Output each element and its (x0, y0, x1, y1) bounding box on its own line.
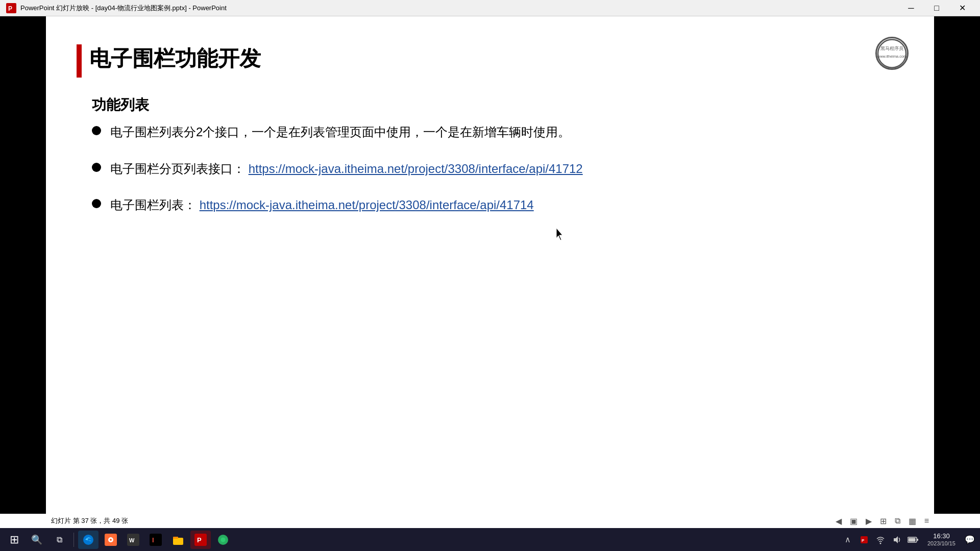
wifi-icon[interactable] (874, 531, 887, 549)
svg-point-6 (83, 535, 93, 545)
view-normal-btn[interactable]: ▣ (850, 516, 857, 526)
left-black-panel (0, 16, 46, 528)
bullet-item-1: 电子围栏列表分2个接口，一个是在列表管理页面中使用，一个是在新增车辆时使用。 (92, 123, 903, 141)
bullet-dot-2 (92, 163, 101, 172)
tray-chevron[interactable]: ∧ (842, 531, 854, 549)
accent-bar (77, 44, 82, 78)
svg-text:I: I (152, 536, 154, 544)
window-title: PowerPoint 幻灯片放映 - [day04-物流行业地图案例.pptx]… (20, 4, 899, 13)
taskbar-divider (74, 533, 74, 547)
svg-marker-5 (556, 228, 562, 240)
window-controls: ─ □ ✕ (899, 0, 974, 16)
bullet-item-3: 电子围栏列表： https://mock-java.itheima.net/pr… (92, 196, 903, 214)
svg-text:P: P (8, 5, 12, 12)
link-api-41712[interactable]: https://mock-java.itheima.net/project/33… (249, 162, 583, 176)
svg-point-9 (110, 539, 112, 541)
search-button[interactable]: 🔍 (27, 531, 47, 549)
svg-marker-23 (894, 536, 898, 543)
taskbar-wps[interactable]: W (123, 531, 143, 549)
section-heading: 功能列表 (92, 95, 149, 115)
link-api-41714[interactable]: https://mock-java.itheima.net/project/33… (200, 198, 534, 212)
app-icon: P (6, 3, 16, 13)
powerpoint-status-bar: 幻灯片 第 37 张，共 49 张 ◀ ▣ ▶ ⊞ ⧉ ▦ ≡ (0, 514, 980, 528)
taskbar-extra-app[interactable] (213, 531, 233, 549)
svg-text:P: P (862, 538, 865, 543)
bullet-item-2: 电子围栏分页列表接口： https://mock-java.itheima.ne… (92, 160, 903, 178)
taskbar-paint[interactable] (101, 531, 121, 549)
svg-rect-26 (908, 538, 915, 541)
clock-time: 16:30 (933, 532, 950, 540)
bullet-list: 电子围栏列表分2个接口，一个是在列表管理页面中使用，一个是在新增车辆时使用。 电… (92, 123, 903, 233)
start-button[interactable]: ⊞ (4, 531, 24, 549)
bullet-text-1: 电子围栏列表分2个接口，一个是在列表管理页面中使用，一个是在新增车辆时使用。 (110, 123, 903, 141)
svg-point-22 (879, 542, 881, 544)
taskbar-edge[interactable] (78, 531, 99, 549)
title-bar: P PowerPoint 幻灯片放映 - [day04-物流行业地图案例.ppt… (0, 0, 980, 16)
notification-icon[interactable]: 💬 (964, 531, 976, 549)
tray-powerpoint-indicator[interactable]: P (858, 531, 870, 549)
view-outline-btn[interactable]: ≡ (924, 516, 929, 525)
svg-rect-14 (173, 538, 183, 545)
view-slide-btn[interactable]: ⊞ (880, 516, 887, 526)
next-slide-btn[interactable]: ▶ (866, 516, 872, 526)
slide-content: 电子围栏功能开发 黑马程序员 www.itheima.com 功能列表 电子围栏… (46, 16, 934, 528)
svg-text:P: P (197, 536, 202, 544)
bullet-dot-3 (92, 199, 101, 208)
slide-count-text: 幻灯片 第 37 张，共 49 张 (51, 516, 128, 525)
clock-date-text: 2023/10/15 (927, 540, 955, 547)
battery-icon[interactable] (907, 531, 919, 549)
svg-rect-15 (173, 537, 178, 539)
taskbar-explorer[interactable] (168, 531, 188, 549)
task-view-button[interactable]: ⧉ (49, 531, 69, 549)
svg-point-19 (220, 537, 226, 542)
svg-rect-25 (917, 539, 918, 541)
taskbar-system-tray: ∧ P 16:30 2023/10/15 💬 (842, 531, 976, 549)
slide-container: 电子围栏功能开发 黑马程序员 www.itheima.com 功能列表 电子围栏… (46, 16, 934, 528)
svg-text:黑马程序员: 黑马程序员 (880, 46, 903, 51)
slide-title: 电子围栏功能开发 (89, 44, 261, 73)
bullet-text-3: 电子围栏列表： https://mock-java.itheima.net/pr… (110, 196, 903, 214)
prev-slide-btn[interactable]: ◀ (836, 516, 842, 526)
svg-text:www.itheima.com: www.itheima.com (877, 54, 906, 58)
maximize-button[interactable]: □ (925, 0, 948, 16)
taskbar-powerpoint[interactable]: P (190, 531, 211, 549)
right-black-panel (934, 16, 980, 528)
close-button[interactable]: ✕ (950, 0, 974, 16)
bullet-text-2: 电子围栏分页列表接口： https://mock-java.itheima.ne… (110, 160, 903, 178)
cursor (556, 228, 565, 242)
view-presentation-btn[interactable]: ▦ (909, 516, 916, 526)
logo-circle: 黑马程序员 www.itheima.com (875, 37, 909, 70)
status-bar-right: ◀ ▣ ▶ ⊞ ⧉ ▦ ≡ (836, 516, 929, 526)
view-reading-btn[interactable]: ⧉ (895, 516, 900, 525)
taskbar: ⊞ 🔍 ⧉ W I P ∧ P 16:30 2023 (0, 528, 980, 551)
taskbar-intellij[interactable]: I (145, 531, 166, 549)
logo-area: 黑马程序员 www.itheima.com (875, 37, 909, 70)
volume-icon[interactable] (891, 531, 903, 549)
minimize-button[interactable]: ─ (899, 0, 923, 16)
bullet-dot-1 (92, 126, 101, 135)
svg-rect-12 (150, 534, 162, 546)
svg-text:W: W (129, 537, 135, 543)
clock-date[interactable]: 16:30 2023/10/15 (923, 532, 960, 547)
